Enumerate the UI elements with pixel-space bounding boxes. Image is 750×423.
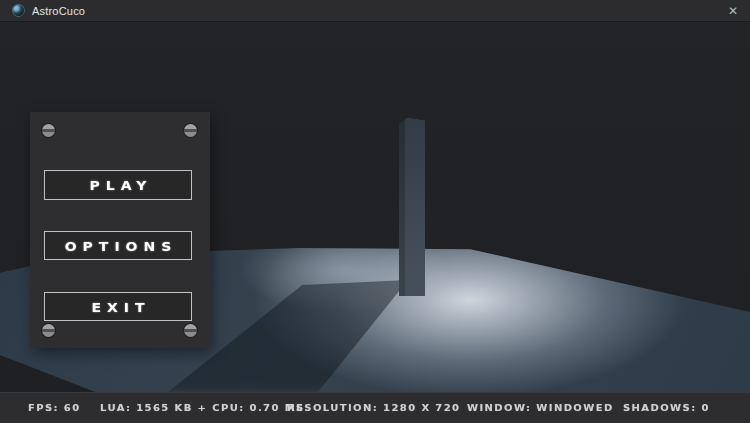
screw-icon [42, 124, 55, 137]
exit-button[interactable]: EXIT [44, 292, 192, 321]
app-planet-icon [12, 4, 25, 17]
shadows-stat: SHADOWS: 0 [623, 402, 710, 412]
title-bar[interactable]: AstroCuco ✕ [0, 0, 750, 22]
screw-icon [42, 324, 55, 337]
resolution-stat: RESOLUTION: 1280 X 720 [287, 402, 460, 412]
game-window: AstroCuco ✕ PLAY OPTIONS EXIT FPS: 60 LU… [0, 0, 750, 423]
main-menu-panel: PLAY OPTIONS EXIT [30, 112, 210, 348]
lua-cpu-stats: LUA: 1565 KB + CPU: 0.70 MS [100, 402, 305, 412]
fps-counter: FPS: 60 [28, 402, 81, 412]
close-button[interactable]: ✕ [716, 0, 750, 22]
options-button[interactable]: OPTIONS [44, 231, 192, 260]
window-title: AstroCuco [32, 5, 85, 17]
screw-icon [184, 324, 197, 337]
monolith-pillar [399, 118, 425, 296]
options-button-label: OPTIONS [59, 238, 178, 253]
window-mode-stat: WINDOW: WINDOWED [467, 402, 614, 412]
play-button[interactable]: PLAY [44, 170, 192, 200]
exit-button-label: EXIT [85, 299, 150, 314]
play-button-label: PLAY [84, 178, 153, 193]
screw-icon [184, 124, 197, 137]
status-bar: FPS: 60 LUA: 1565 KB + CPU: 0.70 MS RESO… [0, 392, 750, 423]
